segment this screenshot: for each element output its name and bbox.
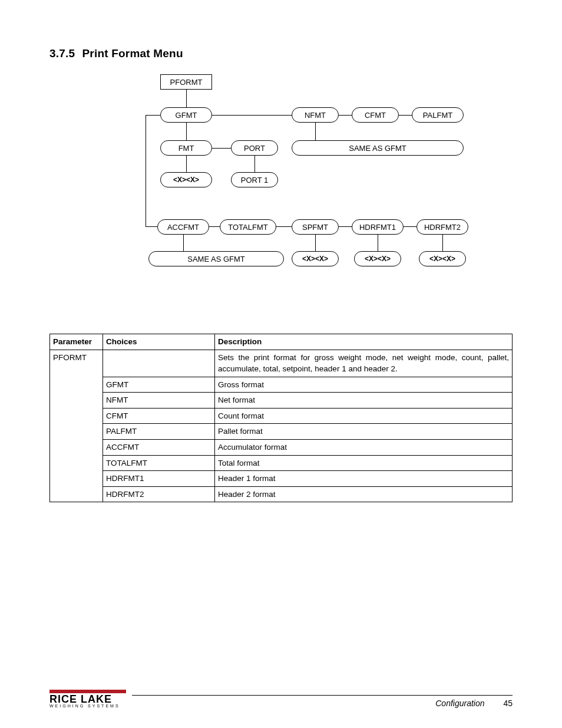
node-label: NFMT <box>305 111 326 120</box>
table-row: HDRFMT1 Header 1 format <box>50 471 513 487</box>
footer-page-number: 45 <box>503 699 513 708</box>
cell-param: PFORMT <box>50 350 103 502</box>
page-footer: RICE LAKE WEIGHING SYSTEMS Configuration… <box>49 690 513 708</box>
node-hdrfmt1-leaf: <X><X> <box>354 251 401 266</box>
cell-choices: TOTALFMT <box>103 455 215 471</box>
node-cfmt: CFMT <box>352 107 399 123</box>
node-label: GFMT <box>176 111 197 120</box>
node-label: PORT 1 <box>241 176 268 185</box>
cell-choices: ACCFMT <box>103 439 215 455</box>
cell-desc: Total format <box>215 455 513 471</box>
node-label: CFMT <box>365 111 386 120</box>
node-pformt: PFORMT <box>160 74 212 90</box>
node-palfmt: PALFMT <box>412 107 464 123</box>
cell-desc: Count format <box>215 408 513 424</box>
cell-choices: HDRFMT2 <box>103 486 215 502</box>
table-row: ACCFMT Accumulator format <box>50 439 513 455</box>
node-label: <X><X> <box>429 255 455 263</box>
node-totalfmt: TOTALFMT <box>220 219 276 235</box>
th-description: Description <box>215 334 513 350</box>
node-label: PFORMT <box>170 78 203 87</box>
node-label: <X><X> <box>173 176 199 184</box>
cell-desc: Net format <box>215 393 513 409</box>
cell-choices: CFMT <box>103 408 215 424</box>
node-port-leaf: PORT 1 <box>231 172 278 187</box>
footer-rule <box>132 695 513 696</box>
node-label: PALFMT <box>423 111 452 120</box>
cell-choices <box>103 350 215 377</box>
section-title: Print Format Menu <box>82 47 183 60</box>
node-hdrfmt2-leaf: <X><X> <box>419 251 466 266</box>
node-fmt-leaf: <X><X> <box>160 172 212 187</box>
cell-choices: NFMT <box>103 393 215 409</box>
node-label: ACCFMT <box>167 223 199 232</box>
node-label: SPFMT <box>302 223 328 232</box>
node-label: PORT <box>244 144 265 153</box>
brand-logo: RICE LAKE WEIGHING SYSTEMS <box>49 694 120 708</box>
section-heading: 3.7.5 Print Format Menu <box>49 47 513 60</box>
menu-tree-diagram: PFORMT GFMT NFMT CFMT PALFMT FMT PORT <box>92 74 470 298</box>
node-nfmt: NFMT <box>292 107 339 123</box>
cell-desc: Header 2 format <box>215 486 513 502</box>
th-choices: Choices <box>103 334 215 350</box>
cell-desc: Header 1 format <box>215 471 513 487</box>
brand-subtitle: WEIGHING SYSTEMS <box>49 704 120 708</box>
node-gfmt: GFMT <box>160 107 212 123</box>
footer-right: Configuration 45 <box>435 699 513 708</box>
parameter-table-wrap: Parameter Choices Description PFORMT Set… <box>49 334 513 502</box>
section-number: 3.7.5 <box>49 47 79 60</box>
node-hdrfmt2: HDRFMT2 <box>416 219 468 235</box>
node-spfmt-leaf: <X><X> <box>292 251 339 266</box>
node-fmt: FMT <box>160 140 212 156</box>
table-row: GFMT Gross format <box>50 377 513 393</box>
node-label: SAME AS GFMT <box>187 255 245 263</box>
node-label: HDRFMT1 <box>359 223 396 232</box>
cell-choices: GFMT <box>103 377 215 393</box>
node-port: PORT <box>231 140 278 156</box>
cell-desc: Gross format <box>215 377 513 393</box>
brand-accent-bar <box>49 690 126 693</box>
node-same-as-gfmt-1: SAME AS GFMT <box>292 140 464 156</box>
node-label: <X><X> <box>365 255 391 263</box>
node-accfmt: ACCFMT <box>157 219 209 235</box>
brand-name: RICE LAKE <box>49 694 120 704</box>
th-parameter: Parameter <box>50 334 103 350</box>
node-same-as-gfmt-2: SAME AS GFMT <box>148 251 284 266</box>
footer-section: Configuration <box>435 699 484 708</box>
node-label: HDRFMT2 <box>424 223 461 232</box>
node-hdrfmt1: HDRFMT1 <box>352 219 404 235</box>
table-row: PALFMT Pallet format <box>50 424 513 440</box>
cell-choices: PALFMT <box>103 424 215 440</box>
node-label: SAME AS GFMT <box>349 144 406 153</box>
cell-choices: HDRFMT1 <box>103 471 215 487</box>
table-row: NFMT Net format <box>50 393 513 409</box>
node-label: FMT <box>178 144 194 153</box>
table-row: HDRFMT2 Header 2 format <box>50 486 513 502</box>
table-row: TOTALFMT Total format <box>50 455 513 471</box>
cell-desc: Accumulator format <box>215 439 513 455</box>
cell-desc: Pallet format <box>215 424 513 440</box>
table-row: PFORMT Sets the print format for gross w… <box>50 350 513 377</box>
node-spfmt: SPFMT <box>292 219 339 235</box>
node-label: TOTALFMT <box>228 223 267 232</box>
table-row: CFMT Count format <box>50 408 513 424</box>
cell-desc: Sets the print format for gross weight m… <box>215 350 513 377</box>
node-label: <X><X> <box>302 255 328 263</box>
parameter-table: Parameter Choices Description PFORMT Set… <box>49 334 513 502</box>
